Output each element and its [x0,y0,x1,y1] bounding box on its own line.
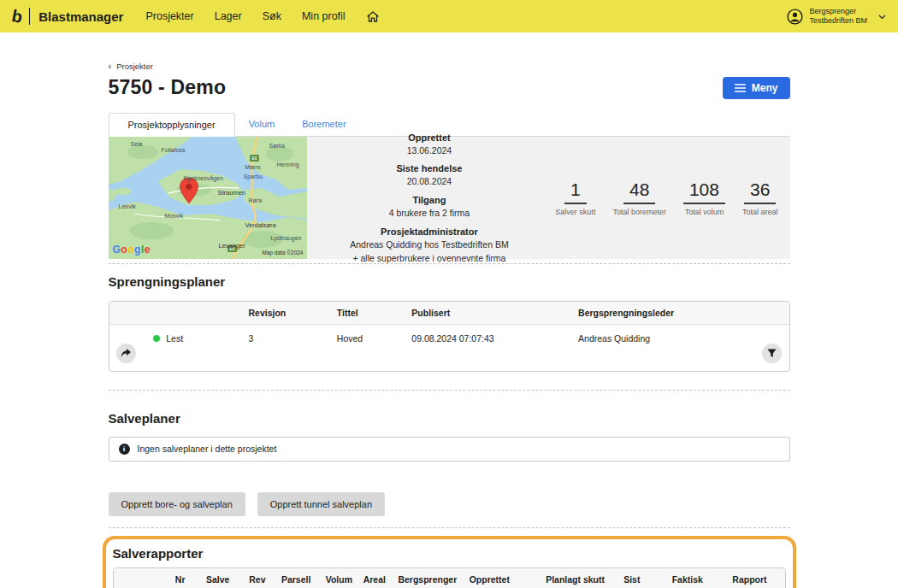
column-header-parsell: Parsell [275,568,319,588]
google-letter: G [113,244,121,256]
detail-value: Andreas Quidding hos Testbedriften BM + … [350,238,508,266]
stat-value: 48 [623,179,655,204]
stat-value: 108 [683,179,725,204]
column-header-salve-id: Salve ID [199,568,242,588]
detail-label: Tilgang [389,195,470,205]
detail-value: 20.08.2024 [396,175,462,189]
detail-siste-hendelse: Siste hendelse 20.08.2024 [396,163,462,189]
stat-label: Salver skutt [555,208,595,216]
nav-item-sok[interactable]: Søk [263,10,281,22]
map-place-label: Leirvik [119,203,136,209]
column-header-opprettet: Opprettet [463,568,539,588]
status-label: Lest [166,333,183,344]
status-dot-icon [153,335,160,342]
column-header-rev: Rev [242,568,275,588]
cell-leder: Andreas Quidding [571,325,755,371]
column-header-volum: Volum [319,568,357,588]
column-header-filter [755,302,789,325]
svg-text:E6: E6 [251,156,257,161]
column-header-sist-endret: Sist endret [617,568,665,588]
column-header-actions [114,568,168,588]
project-details: Opprettet 13.06.2024 Siste hendelse 20.0… [307,137,552,259]
tab-volum[interactable]: Volum [235,113,289,136]
map-place-label: Røra [249,197,263,203]
project-stats: 1 Salver skutt 48 Total boremeter 108 To… [552,137,789,259]
nav-item-prosjekter[interactable]: Prosjekter [145,10,193,22]
stat-label: Total areal [742,208,778,216]
nav-item-min-profil[interactable]: Min profil [302,10,346,22]
table-row: Lest 3 Hoved 09.08.2024 07:07:43 Andreas… [109,325,789,371]
column-header-tittel: Tittel [330,302,405,325]
stat-total-boremeter: 48 Total boremeter [612,179,666,216]
google-letter: g [134,244,141,256]
hamburger-icon [735,84,746,92]
salveplaner-heading: Salveplaner [109,411,790,426]
salverapporter-heading: Salverapporter [113,546,786,561]
project-overview: E6 E6 Sela Follafoss Sørlia Henning Mære… [109,137,790,259]
column-header-firma: Bergsprenger Firma [391,568,462,588]
brand-divider [29,8,30,25]
map-place-label: Sparbu [244,173,263,179]
detail-tilgang: Tilgang 4 brukere fra 2 firma [389,195,470,220]
share-button[interactable] [116,344,136,363]
share-arrow-icon [121,349,131,358]
column-header-faktisk-skutt: Faktisk skutt [665,568,726,588]
section-divider [109,527,790,528]
detail-value: 4 brukere fra 2 firma [389,207,470,220]
column-header-rapport-laget: Rapport laget [725,568,784,588]
alert-message: Ingen salveplaner i dette prosjektet [138,444,277,454]
google-logo: Google [113,244,151,256]
detail-opprettet: Opprettet 13.06.2024 [407,132,452,158]
top-navbar: b Blastmanager Prosjekter Lager Søk Min … [0,0,898,32]
user-role: Bergsprenger [809,7,867,16]
stat-label: Total boremeter [612,208,666,216]
sprengningsplaner-table: Revisjon Tittel Publisert Bergsprengning… [109,301,790,372]
column-header-areal: Areal [357,568,392,588]
detail-label: Siste hendelse [396,163,462,173]
map-place-label: Mosvik [165,213,184,219]
cell-revisjon: 3 [242,325,330,371]
opprett-tunnel-salveplan-button[interactable]: Opprett tunnel salveplan [257,492,385,516]
filter-button[interactable] [762,344,782,363]
cell-publisert: 09.08.2024 07:07:43 [405,325,571,371]
map-place-label: Lysthaugen [271,235,302,241]
salverapporter-highlight-annotation: Salverapporter Nr Salve ID Rev Parsell V… [103,536,796,588]
map-place-label: Henning [277,162,299,168]
map-place-label: Straumen [218,189,246,197]
tab-prosjektopplysninger[interactable]: Prosjektopplysninger [109,113,235,137]
info-icon: i [119,444,130,455]
meny-button[interactable]: Meny [723,77,790,99]
map-place-label: Follafoss [162,147,186,153]
blastmanager-logo-icon: b [10,7,24,26]
breadcrumb[interactable]: ‹ Prosjekter [109,61,790,71]
salverapporter-table: Nr Salve ID Rev Parsell Volum Areal Berg… [113,567,786,588]
home-icon[interactable] [366,10,380,23]
column-header-planlagt-skutt: Planlagt skutt [539,568,617,588]
column-header-publisert: Publisert [405,302,571,325]
filter-funnel-icon [767,349,777,358]
brand-name: Blastmanager [38,9,123,24]
project-map[interactable]: E6 E6 Sela Follafoss Sørlia Henning Mære… [109,137,307,259]
map-place-label: Verdalsøra [245,221,276,229]
tab-boremeter[interactable]: Boremeter [288,113,359,136]
column-header-actions [109,302,147,325]
chevron-down-icon[interactable] [878,11,886,21]
map-place-label: Kjerknesvågen [184,175,223,181]
opprett-bore-og-salveplan-button[interactable]: Opprett bore- og salveplan [109,492,245,516]
cell-tittel: Hoved [330,325,405,371]
map-attribution: Map data ©2024 [262,250,303,256]
meny-button-label: Meny [752,82,778,94]
user-menu[interactable]: Bergsprenger Testbedriften BM [787,7,886,26]
page-title: 5750 - Demo [109,76,227,99]
column-header-status [146,302,241,325]
column-header-leder: Bergsprengningsleder [571,302,755,325]
map-place-label: Sørlia [269,143,285,149]
nav-item-lager[interactable]: Lager [215,10,242,22]
google-letter: e [145,244,151,256]
empty-salveplaner-alert: i Ingen salveplaner i dette prosjektet [109,437,790,462]
user-text: Bergsprenger Testbedriften BM [809,7,867,26]
table-header-row: Nr Salve ID Rev Parsell Volum Areal Berg… [114,568,785,588]
stat-value: 36 [744,179,776,204]
detail-value: 13.06.2024 [407,144,452,158]
stat-total-volum: 108 Total volum [683,179,725,216]
